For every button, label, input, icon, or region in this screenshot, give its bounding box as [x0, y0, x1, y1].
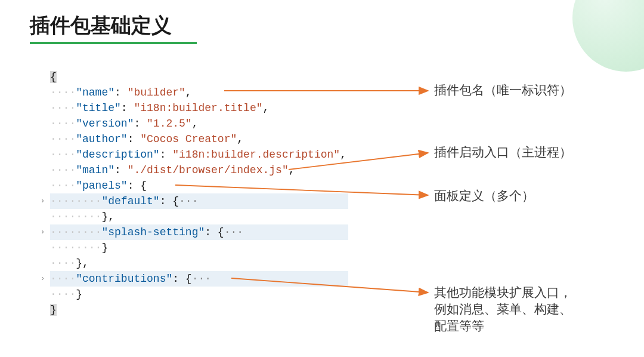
label-name: 插件包名（唯一标识符）: [434, 82, 572, 99]
label-panels: 面板定义（多个）: [434, 187, 534, 204]
code-block: {····"name": "builder",····"title": "i18…: [50, 69, 348, 318]
title-underline: [30, 42, 197, 44]
label-contributions: 其他功能模块扩展入口， 例如消息、菜单、构建、 配置等等: [434, 284, 572, 334]
label-main: 插件启动入口（主进程）: [434, 144, 572, 161]
decorative-corner: [572, 0, 644, 72]
slide-title: 插件包基础定义: [30, 12, 172, 44]
